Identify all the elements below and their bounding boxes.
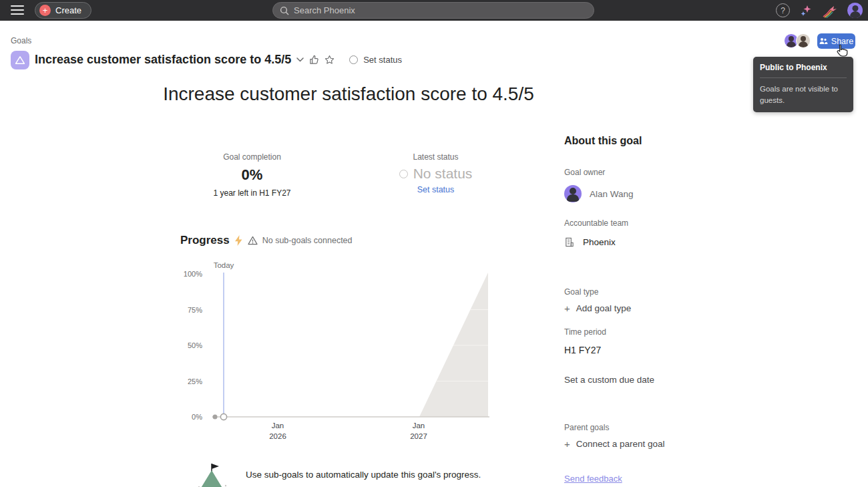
accountable-team-row[interactable]: Phoenix xyxy=(564,237,858,247)
start-dot xyxy=(213,415,218,420)
status-circle-icon xyxy=(349,55,358,64)
goal-title-row: Increase customer satisfaction score to … xyxy=(35,53,402,67)
building-icon xyxy=(564,237,574,247)
goal-detail-page: + Create ? Goals Increase custome xyxy=(0,0,868,487)
stats-row: Goal completion 0% 1 year left in H1 FY2… xyxy=(160,152,527,198)
search-input[interactable] xyxy=(294,5,587,15)
set-custom-due-date-button[interactable]: Set a custom due date xyxy=(564,375,858,385)
owner-avatar xyxy=(564,185,582,202)
share-people-icon xyxy=(819,37,828,45)
progress-header: Progress No sub-goals connected xyxy=(180,234,353,247)
latest-status-stat: Latest status No status Set status xyxy=(344,152,527,198)
breadcrumb[interactable]: Goals xyxy=(11,36,31,45)
set-status-header-button[interactable]: Set status xyxy=(349,55,402,65)
member-avatars xyxy=(784,33,811,48)
share-tooltip: Public to Phoenix Goals are not visible … xyxy=(753,57,853,112)
chevron-down-icon[interactable] xyxy=(296,57,304,62)
mouse-cursor-pointer xyxy=(836,44,848,57)
y-tick-50: 50% xyxy=(188,341,202,349)
whats-new-phoenix-icon[interactable] xyxy=(822,3,838,18)
plus-icon: + xyxy=(564,439,570,449)
goal-completion-label: Goal completion xyxy=(160,152,344,162)
y-tick-75: 75% xyxy=(188,306,202,314)
goal-completion-sub: 1 year left in H1 FY27 xyxy=(160,188,344,198)
add-goal-type-label: Add goal type xyxy=(576,303,632,313)
topbar: + Create ? xyxy=(0,0,868,21)
y-tick-25: 25% xyxy=(188,377,202,385)
mountain-flag-illustration xyxy=(198,462,227,487)
member-avatar-2[interactable] xyxy=(796,33,811,48)
goal-completion-value: 0% xyxy=(160,166,344,184)
page-title[interactable]: Increase customer satisfaction score to … xyxy=(35,53,291,67)
connect-parent-goal-button[interactable]: + Connect a parent goal xyxy=(564,439,858,449)
create-button-label: Create xyxy=(55,5,81,15)
hamburger-menu-icon[interactable] xyxy=(11,5,24,16)
time-period-value[interactable]: H1 FY27 xyxy=(564,345,858,355)
about-this-goal-panel: About this goal Goal owner Alan Wang Acc… xyxy=(564,135,858,484)
no-status-value: No status xyxy=(413,166,473,182)
plus-icon: + xyxy=(39,5,51,16)
goal-completion-stat: Goal completion 0% 1 year left in H1 FY2… xyxy=(160,152,344,198)
thumbs-up-icon[interactable] xyxy=(309,55,319,65)
subgoals-hint-text: Use sub-goals to automatically update th… xyxy=(246,470,481,480)
y-tick-0: 0% xyxy=(192,413,202,421)
search-bar[interactable] xyxy=(272,2,594,19)
help-icon[interactable]: ? xyxy=(776,3,790,17)
x-tick-jan-2026-year: 2026 xyxy=(269,432,286,440)
triangle-icon xyxy=(15,55,25,65)
goal-owner-label: Goal owner xyxy=(564,168,858,177)
star-icon[interactable] xyxy=(324,55,335,65)
parent-goals-label: Parent goals xyxy=(564,423,858,432)
topbar-right-icons: ? xyxy=(776,0,863,21)
tooltip-title: Public to Phoenix xyxy=(760,63,847,72)
x-tick-jan-2026-month: Jan xyxy=(272,422,284,430)
owner-name: Alan Wang xyxy=(590,189,634,199)
ai-sparkles-icon[interactable] xyxy=(799,4,813,17)
goal-type-label: Goal type xyxy=(564,287,858,297)
time-period-label: Time period xyxy=(564,327,858,337)
today-label: Today xyxy=(214,261,234,269)
y-tick-100: 100% xyxy=(184,270,202,278)
set-status-link[interactable]: Set status xyxy=(344,185,527,194)
today-dot xyxy=(220,414,226,420)
add-goal-type-button[interactable]: + Add goal type xyxy=(564,303,858,313)
set-status-header-label: Set status xyxy=(363,55,402,65)
expected-progress-area xyxy=(419,273,488,417)
tooltip-body: Goals are not visible to guests. xyxy=(760,84,847,106)
sidebar-heading: About this goal xyxy=(564,135,858,147)
send-feedback-link[interactable]: Send feedback xyxy=(564,474,622,484)
x-tick-jan-2027-year: 2027 xyxy=(410,432,427,440)
x-tick-jan-2027-month: Jan xyxy=(413,422,425,430)
team-name: Phoenix xyxy=(583,237,616,247)
latest-status-label: Latest status xyxy=(344,152,527,162)
goal-owner-row[interactable]: Alan Wang xyxy=(564,185,858,202)
warning-triangle-icon xyxy=(248,236,258,245)
goal-hero-title[interactable]: Increase customer satisfaction score to … xyxy=(67,84,630,105)
progress-heading: Progress xyxy=(180,234,230,247)
plus-icon: + xyxy=(564,303,570,313)
search-icon xyxy=(280,6,289,15)
no-status-circle-icon xyxy=(399,170,408,178)
user-avatar[interactable] xyxy=(847,3,863,18)
connect-parent-goal-label: Connect a parent goal xyxy=(576,439,665,449)
goal-icon xyxy=(11,51,29,69)
create-button[interactable]: + Create xyxy=(35,2,91,19)
progress-chart: Today 100% 75% 50% 25% 0% Jan 2026 Jan 2… xyxy=(172,259,493,446)
accountable-team-label: Accountable team xyxy=(564,218,858,228)
no-subgoals-warning: No sub-goals connected xyxy=(262,236,353,245)
lightning-bolt-icon xyxy=(234,235,243,246)
